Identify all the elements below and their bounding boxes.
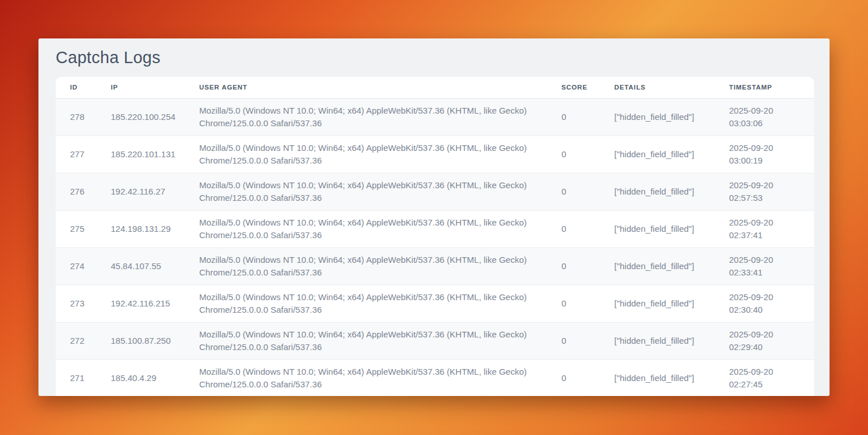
cell-id: 272 (56, 322, 111, 359)
table-row: 276192.42.116.27Mozilla/5.0 (Windows NT … (56, 173, 814, 210)
cell-details: ["hidden_field_filled"] (614, 247, 729, 285)
cell-user_agent: Mozilla/5.0 (Windows NT 10.0; Win64; x64… (199, 247, 561, 285)
cell-id: 271 (56, 359, 111, 396)
table-header-row: IDIPUSER AGENTSCOREDETAILSTIMESTAMP (56, 77, 814, 98)
cell-id: 276 (56, 173, 111, 210)
table-row: 27445.84.107.55Mozilla/5.0 (Windows NT 1… (56, 247, 814, 285)
cell-user_agent: Mozilla/5.0 (Windows NT 10.0; Win64; x64… (199, 285, 561, 322)
cell-ip: 185.220.101.131 (111, 135, 199, 173)
cell-ip: 124.198.131.29 (111, 210, 199, 247)
logs-table: IDIPUSER AGENTSCOREDETAILSTIMESTAMP 2781… (56, 77, 814, 396)
table-row: 271185.40.4.29Mozilla/5.0 (Windows NT 10… (56, 359, 814, 396)
cell-ip: 192.42.116.27 (111, 173, 199, 210)
cell-score: 0 (561, 98, 614, 135)
cell-ip: 192.42.116.215 (111, 285, 199, 322)
cell-ip: 45.84.107.55 (111, 247, 199, 285)
cell-score: 0 (561, 322, 614, 359)
cell-timestamp: 2025-09-20 03:03:06 (729, 98, 814, 135)
table-row: 273192.42.116.215Mozilla/5.0 (Windows NT… (56, 285, 814, 322)
cell-details: ["hidden_field_filled"] (614, 210, 729, 247)
cell-ip: 185.100.87.250 (111, 322, 199, 359)
cell-score: 0 (561, 173, 614, 210)
cell-details: ["hidden_field_filled"] (614, 285, 729, 322)
cell-user_agent: Mozilla/5.0 (Windows NT 10.0; Win64; x64… (199, 210, 561, 247)
cell-details: ["hidden_field_filled"] (614, 135, 729, 173)
cell-details: ["hidden_field_filled"] (614, 359, 729, 396)
cell-score: 0 (561, 247, 614, 285)
table-row: 275124.198.131.29Mozilla/5.0 (Windows NT… (56, 210, 814, 247)
cell-score: 0 (561, 210, 614, 247)
column-header-score: SCORE (561, 77, 614, 98)
cell-score: 0 (561, 285, 614, 322)
cell-score: 0 (561, 135, 614, 173)
column-header-id: ID (56, 77, 111, 98)
cell-score: 0 (561, 359, 614, 396)
cell-ip: 185.40.4.29 (111, 359, 199, 396)
cell-timestamp: 2025-09-20 02:30:40 (729, 285, 814, 322)
cell-user_agent: Mozilla/5.0 (Windows NT 10.0; Win64; x64… (199, 359, 561, 396)
cell-user_agent: Mozilla/5.0 (Windows NT 10.0; Win64; x64… (199, 322, 561, 359)
cell-id: 277 (56, 135, 111, 173)
cell-timestamp: 2025-09-20 02:33:41 (729, 247, 814, 285)
cell-id: 274 (56, 247, 111, 285)
cell-user_agent: Mozilla/5.0 (Windows NT 10.0; Win64; x64… (199, 135, 561, 173)
column-header-ip: IP (111, 77, 199, 98)
cell-timestamp: 2025-09-20 02:29:40 (729, 322, 814, 359)
captcha-logs-card: Captcha Logs IDIPUSER AGENTSCOREDETAILST… (38, 38, 830, 396)
cell-timestamp: 2025-09-20 02:27:45 (729, 359, 814, 396)
cell-id: 275 (56, 210, 111, 247)
cell-user_agent: Mozilla/5.0 (Windows NT 10.0; Win64; x64… (199, 98, 561, 135)
table-row: 278185.220.100.254Mozilla/5.0 (Windows N… (56, 98, 814, 135)
cell-id: 273 (56, 285, 111, 322)
column-header-details: DETAILS (614, 77, 729, 98)
column-header-user_agent: USER AGENT (199, 77, 561, 98)
cell-ip: 185.220.100.254 (111, 98, 199, 135)
cell-details: ["hidden_field_filled"] (614, 173, 729, 210)
table-row: 272185.100.87.250Mozilla/5.0 (Windows NT… (56, 322, 814, 359)
column-header-timestamp: TIMESTAMP (729, 77, 814, 98)
cell-user_agent: Mozilla/5.0 (Windows NT 10.0; Win64; x64… (199, 173, 561, 210)
cell-details: ["hidden_field_filled"] (614, 322, 729, 359)
cell-timestamp: 2025-09-20 03:00:19 (729, 135, 814, 173)
cell-details: ["hidden_field_filled"] (614, 98, 729, 135)
cell-id: 278 (56, 98, 111, 135)
cell-timestamp: 2025-09-20 02:37:41 (729, 210, 814, 247)
page-title: Captcha Logs (56, 48, 814, 67)
table-row: 277185.220.101.131Mozilla/5.0 (Windows N… (56, 135, 814, 173)
cell-timestamp: 2025-09-20 02:57:53 (729, 173, 814, 210)
captcha-logs-table: IDIPUSER AGENTSCOREDETAILSTIMESTAMP 2781… (56, 77, 814, 396)
